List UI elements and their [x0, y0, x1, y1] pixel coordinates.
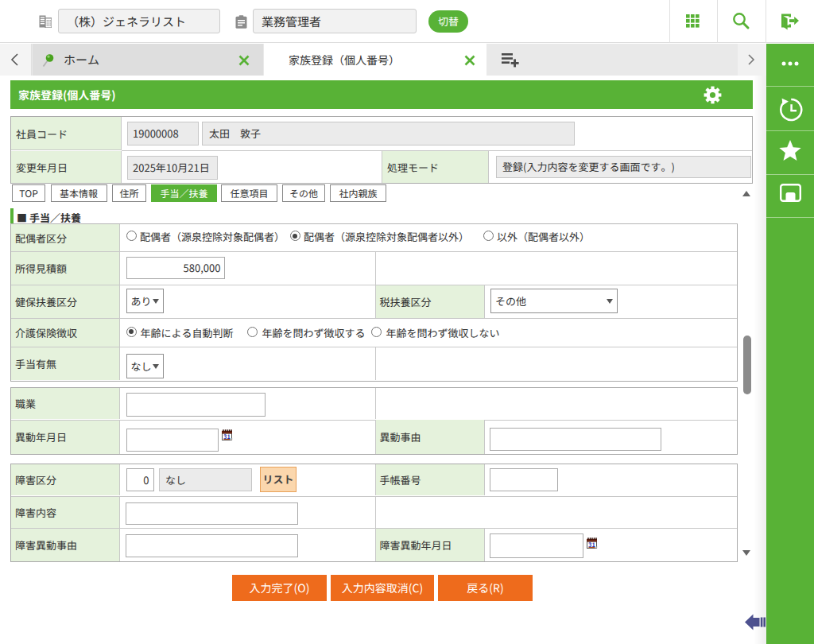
svg-text:31: 31 — [223, 432, 231, 440]
svg-text:31: 31 — [588, 539, 595, 548]
